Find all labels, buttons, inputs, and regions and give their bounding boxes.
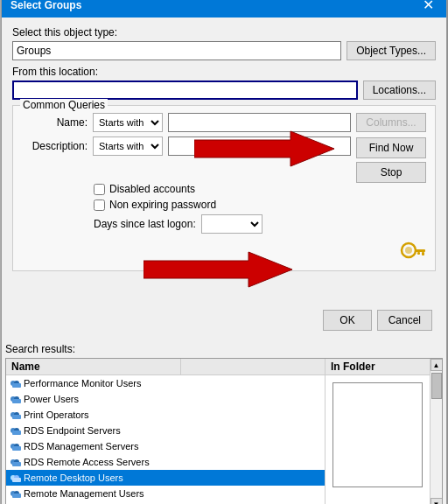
title-bar: Select Groups ✕ xyxy=(2,0,446,18)
columns-button[interactable]: Columns... xyxy=(356,113,426,132)
item-name: RDS Remote Access Servers xyxy=(24,457,150,467)
group-icon xyxy=(10,376,24,390)
cancel-button[interactable]: Cancel xyxy=(377,310,432,331)
table-row[interactable]: Performance Monitor Users xyxy=(6,375,325,391)
results-header: Name xyxy=(6,359,325,375)
table-row[interactable]: Remote Desktop Users xyxy=(6,470,325,486)
table-row[interactable]: RDS Management Servers xyxy=(6,438,325,454)
close-button[interactable]: ✕ xyxy=(419,0,438,12)
svg-rect-3 xyxy=(422,252,424,256)
days-row: Days since last logon: 30 60 90 xyxy=(94,214,426,234)
locations-button[interactable]: Locations... xyxy=(363,80,436,100)
find-now-button[interactable]: Find Now xyxy=(356,137,426,158)
col-name-header: Name xyxy=(6,359,181,374)
item-name: Remote Desktop Users xyxy=(24,472,123,483)
item-name: Remote Management Users xyxy=(24,488,144,499)
table-row[interactable]: Print Operators xyxy=(6,407,325,423)
red-arrow-ok xyxy=(144,248,292,294)
item-name: Print Operators xyxy=(24,410,89,420)
group-icon xyxy=(10,486,24,500)
table-row[interactable]: RDS Endpoint Servers xyxy=(6,423,325,438)
description-condition-select[interactable]: Starts with Is xyxy=(93,136,163,156)
svg-point-1 xyxy=(405,247,412,254)
location-label: From this location: xyxy=(12,66,436,78)
name-condition-select[interactable]: Starts with Is xyxy=(93,113,163,132)
scrollbar[interactable]: ▲ ▼ xyxy=(430,359,442,504)
group-icon xyxy=(10,471,24,485)
svg-rect-4 xyxy=(417,252,420,255)
svg-rect-20 xyxy=(12,446,21,451)
svg-rect-2 xyxy=(415,249,425,252)
days-label: Days since last logon: xyxy=(94,218,196,230)
results-list: Name Performance Monitor Users Power Use… xyxy=(6,359,325,504)
disabled-accounts-row: Disabled accounts xyxy=(94,183,426,195)
search-results-label: Search results: xyxy=(2,343,446,355)
group-icon xyxy=(10,408,24,422)
scroll-down[interactable]: ▼ xyxy=(430,498,443,504)
svg-rect-23 xyxy=(12,462,21,466)
description-input[interactable] xyxy=(168,136,351,156)
name-label: Name: xyxy=(22,116,88,129)
stop-button[interactable]: Stop xyxy=(356,162,426,183)
table-row[interactable]: Remote Management Users xyxy=(6,486,325,501)
item-name: Performance Monitor Users xyxy=(24,378,142,388)
days-select[interactable]: 30 60 90 xyxy=(201,214,262,234)
non-expiring-row: Non expiring password xyxy=(94,199,426,211)
dialog-title: Select Groups xyxy=(10,0,81,11)
scroll-up[interactable]: ▲ xyxy=(430,359,443,371)
svg-marker-5 xyxy=(144,252,292,287)
svg-rect-14 xyxy=(12,415,21,419)
key-icon xyxy=(400,239,426,262)
svg-rect-8 xyxy=(12,383,21,388)
svg-rect-29 xyxy=(12,494,21,498)
item-name: RDS Endpoint Servers xyxy=(24,425,121,436)
results-right: In Folder xyxy=(325,359,430,504)
item-name: Power Users xyxy=(24,394,79,404)
scroll-thumb[interactable] xyxy=(431,373,442,399)
group-icon xyxy=(10,455,24,469)
svg-rect-17 xyxy=(12,430,21,435)
name-input[interactable] xyxy=(168,113,351,132)
object-type-label: Select this object type: xyxy=(12,26,436,38)
item-name: RDS Management Servers xyxy=(24,441,138,452)
disabled-accounts-label: Disabled accounts xyxy=(109,183,195,195)
table-row[interactable]: Power Users xyxy=(6,391,325,407)
object-type-input[interactable] xyxy=(12,41,341,60)
results-area: Name Performance Monitor Users Power Use… xyxy=(5,358,443,504)
svg-rect-11 xyxy=(12,399,21,403)
common-queries-label: Common Queries xyxy=(20,99,108,111)
disabled-accounts-checkbox[interactable] xyxy=(94,184,105,195)
table-row[interactable]: RDS Remote Access Servers xyxy=(6,454,325,470)
location-input[interactable] xyxy=(12,80,358,100)
group-icon xyxy=(10,439,24,453)
common-queries-box: Common Queries Name: Starts with Is D xyxy=(12,105,436,271)
ok-button[interactable]: OK xyxy=(323,310,371,331)
object-types-button[interactable]: Object Types... xyxy=(346,41,436,60)
svg-rect-26 xyxy=(12,478,21,482)
description-label: Description: xyxy=(22,140,88,152)
in-folder-header: In Folder xyxy=(326,359,430,375)
non-expiring-label: Non expiring password xyxy=(109,199,216,211)
select-groups-dialog: Select Groups ✕ Select this object type:… xyxy=(1,0,447,504)
non-expiring-checkbox[interactable] xyxy=(94,200,105,211)
group-icon xyxy=(10,392,24,406)
group-icon xyxy=(10,424,24,438)
